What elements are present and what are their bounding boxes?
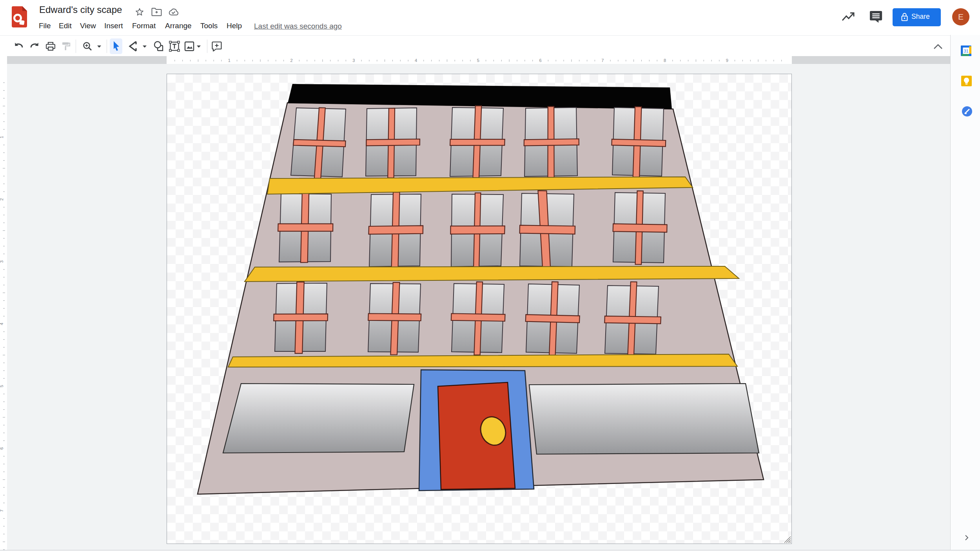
- svg-text:3: 3: [352, 58, 355, 63]
- svg-text:1: 1: [228, 58, 230, 63]
- svg-text:6: 6: [539, 58, 541, 63]
- svg-text:7: 7: [601, 58, 604, 63]
- svg-text:4: 4: [415, 58, 417, 63]
- svg-text:1: 1: [0, 136, 4, 138]
- svg-text:6: 6: [0, 447, 4, 449]
- svg-text:3: 3: [0, 260, 4, 263]
- svg-text:31: 31: [964, 49, 968, 53]
- svg-text:9: 9: [726, 58, 728, 63]
- svg-text:5: 5: [477, 58, 479, 63]
- svg-text:2: 2: [290, 58, 292, 63]
- svg-text:2: 2: [0, 198, 4, 200]
- svg-text:4: 4: [0, 323, 4, 325]
- svg-text:8: 8: [664, 58, 666, 63]
- svg-text:7: 7: [0, 509, 4, 512]
- svg-text:5: 5: [0, 385, 4, 387]
